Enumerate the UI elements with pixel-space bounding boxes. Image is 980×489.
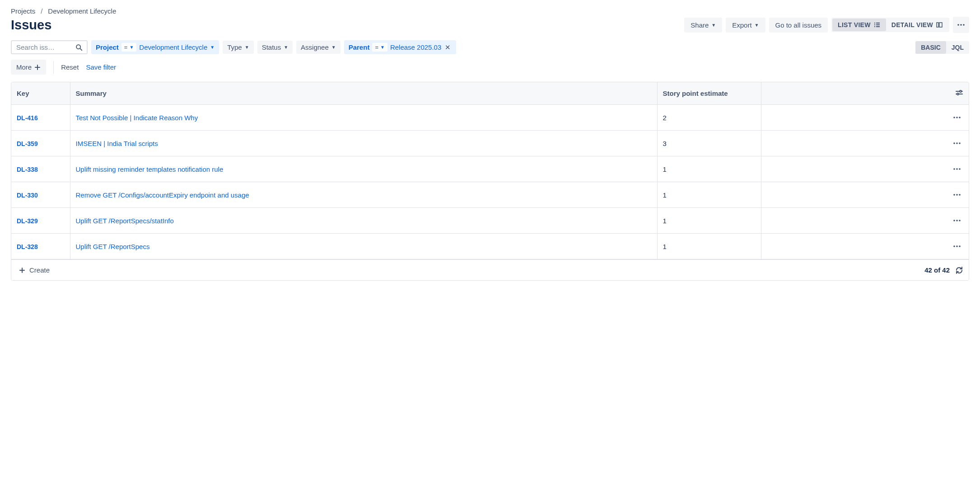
svg-point-26 — [956, 168, 958, 170]
issue-key-link[interactable]: DL-359 — [17, 140, 38, 147]
more-actions-button[interactable] — [953, 17, 969, 33]
issue-key-link[interactable]: DL-328 — [17, 243, 38, 250]
detail-icon — [936, 21, 943, 28]
story-point-cell: 1 — [657, 208, 761, 234]
basic-mode-button[interactable]: BASIC — [915, 41, 946, 54]
meatball-icon — [952, 113, 961, 122]
meatball-icon — [952, 216, 961, 225]
table-row[interactable]: DL-328Uplift GET /ReportSpecs1 — [11, 234, 969, 259]
table-row[interactable]: DL-416Test Not Possible | Indicate Reaso… — [11, 105, 969, 131]
svg-point-23 — [956, 142, 958, 144]
svg-point-18 — [957, 93, 959, 95]
export-label: Export — [732, 21, 751, 29]
reset-button[interactable]: Reset — [61, 61, 79, 73]
go-all-label: Go to all issues — [775, 21, 822, 29]
filter-type[interactable]: Type ▼ — [223, 41, 253, 54]
list-icon — [873, 21, 881, 28]
issue-summary-link[interactable]: Test Not Possible | Indicate Reason Why — [76, 114, 198, 122]
filter-project[interactable]: Project = ▼ Development Lifecycle ▼ — [91, 40, 219, 54]
create-label: Create — [29, 266, 50, 274]
issues-table: Key Summary Story point estimate DL-416T… — [11, 82, 969, 281]
export-button[interactable]: Export ▼ — [726, 18, 765, 33]
search-input-wrapper[interactable] — [11, 40, 88, 54]
filter-status[interactable]: Status ▼ — [257, 41, 293, 54]
svg-point-29 — [956, 194, 958, 196]
story-point-cell: 1 — [657, 234, 761, 259]
filter-assignee[interactable]: Assignee ▼ — [296, 41, 341, 54]
refresh-button[interactable] — [955, 266, 963, 274]
row-actions-button[interactable] — [951, 163, 963, 175]
meatball-icon — [952, 139, 961, 148]
chevron-down-icon: ▼ — [331, 45, 336, 50]
issue-key-link[interactable]: DL-329 — [17, 217, 38, 225]
table-row[interactable]: DL-330Remove GET /Configs/accountExpiry … — [11, 182, 969, 208]
save-filter-button[interactable]: Save filter — [86, 61, 116, 73]
svg-point-33 — [959, 220, 961, 221]
more-filters-button[interactable]: More — [11, 60, 46, 75]
svg-rect-0 — [874, 23, 875, 24]
share-button[interactable]: Share ▼ — [684, 18, 722, 33]
breadcrumb-projects[interactable]: Projects — [11, 7, 35, 15]
story-point-cell: 1 — [657, 156, 761, 182]
meatball-icon — [952, 242, 961, 251]
row-actions-button[interactable] — [951, 137, 963, 150]
filter-project-value: Development Lifecycle — [139, 43, 207, 51]
chevron-down-icon: ▼ — [711, 23, 716, 28]
issue-summary-link[interactable]: IMSEEN | India Trial scripts — [76, 140, 158, 147]
search-input[interactable] — [15, 43, 75, 52]
vertical-separator — [53, 61, 54, 74]
issue-summary-link[interactable]: Uplift GET /ReportSpecs/statInfo — [76, 217, 174, 225]
svg-point-22 — [953, 142, 955, 144]
column-header-summary[interactable]: Summary — [70, 82, 657, 105]
svg-line-12 — [80, 48, 82, 50]
chevron-down-icon: ▼ — [129, 45, 134, 50]
filter-project-operator[interactable]: = ▼ — [121, 43, 137, 52]
issue-key-link[interactable]: DL-330 — [17, 192, 38, 199]
result-count: 42 of 42 — [924, 266, 950, 274]
filter-parent-operator[interactable]: = ▼ — [372, 43, 387, 52]
create-button[interactable]: Create — [17, 264, 51, 276]
filter-assignee-label: Assignee — [301, 43, 329, 51]
chevron-down-icon: ▼ — [380, 45, 385, 50]
row-actions-button[interactable] — [951, 188, 963, 201]
issue-summary-link[interactable]: Uplift GET /ReportSpecs — [76, 243, 150, 250]
plus-icon — [19, 267, 26, 274]
table-row[interactable]: DL-329Uplift GET /ReportSpecs/statInfo1 — [11, 208, 969, 234]
plus-icon — [34, 64, 41, 71]
issue-summary-link[interactable]: Uplift missing reminder templates notifi… — [76, 165, 224, 173]
detail-view-button[interactable]: DETAIL VIEW — [886, 19, 948, 31]
svg-point-34 — [953, 245, 955, 247]
row-actions-button[interactable] — [951, 240, 963, 253]
chevron-down-icon: ▼ — [755, 23, 759, 28]
filter-parent[interactable]: Parent = ▼ Release 2025.03 ✕ — [344, 40, 457, 54]
filter-parent-clear[interactable]: ✕ — [444, 43, 452, 52]
row-actions-button[interactable] — [951, 214, 963, 227]
breadcrumb: Projects / Development Lifecycle — [11, 7, 969, 15]
row-actions-button[interactable] — [951, 111, 963, 124]
svg-point-11 — [76, 45, 80, 49]
table-row[interactable]: DL-359IMSEEN | India Trial scripts3 — [11, 131, 969, 156]
jql-mode-button[interactable]: JQL — [946, 41, 969, 54]
svg-point-16 — [960, 90, 961, 92]
issue-key-link[interactable]: DL-416 — [17, 114, 38, 122]
svg-rect-7 — [939, 23, 942, 27]
filter-status-label: Status — [262, 43, 281, 51]
issue-key-link[interactable]: DL-338 — [17, 166, 38, 173]
share-label: Share — [691, 21, 709, 29]
svg-point-25 — [953, 168, 955, 170]
svg-point-20 — [956, 117, 958, 118]
list-view-button[interactable]: LIST VIEW — [832, 19, 886, 31]
svg-rect-1 — [876, 23, 880, 24]
breadcrumb-project[interactable]: Development Lifecycle — [48, 7, 116, 15]
issue-summary-link[interactable]: Remove GET /Configs/accountExpiry endpoi… — [76, 191, 249, 199]
svg-point-8 — [957, 24, 959, 26]
table-row[interactable]: DL-338Uplift missing reminder templates … — [11, 156, 969, 182]
column-header-key[interactable]: Key — [11, 82, 70, 105]
svg-rect-3 — [876, 24, 880, 25]
page-title: Issues — [11, 18, 51, 33]
go-to-all-issues-button[interactable]: Go to all issues — [769, 18, 828, 33]
column-settings[interactable] — [761, 82, 969, 105]
svg-point-30 — [959, 194, 961, 196]
column-header-story-points[interactable]: Story point estimate — [657, 82, 761, 105]
svg-point-36 — [959, 245, 961, 247]
